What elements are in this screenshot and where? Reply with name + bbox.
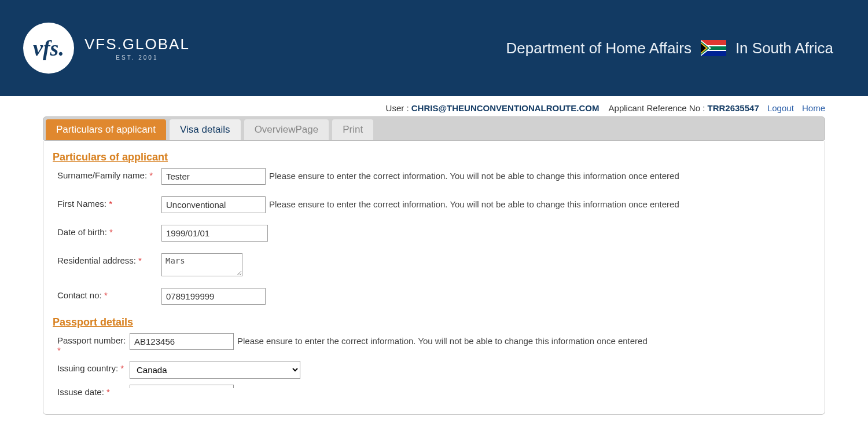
logo-script: vfs. bbox=[33, 35, 64, 61]
issuing-country-label: Issuing country: * bbox=[57, 361, 130, 373]
header-right: Department of Home Affairs In South Afri… bbox=[506, 39, 833, 57]
firstnames-hint: Please ensure to enter the correct infor… bbox=[269, 196, 679, 209]
tab-visa-details[interactable]: Visa details bbox=[170, 119, 241, 140]
south-africa-flag-icon bbox=[701, 40, 726, 56]
section-passport-title: Passport details bbox=[53, 316, 815, 328]
app-header: vfs. VFS.GLOBAL EST. 2001 Department of … bbox=[0, 0, 868, 96]
address-label: Residential address: * bbox=[57, 253, 161, 265]
firstnames-input[interactable] bbox=[161, 196, 266, 213]
logo-text: VFS.GLOBAL EST. 2001 bbox=[84, 35, 190, 61]
surname-label: Surname/Family name: * bbox=[57, 168, 161, 180]
issue-date-label: Issuse date: * bbox=[57, 385, 130, 397]
surname-hint: Please ensure to enter the correct infor… bbox=[269, 168, 679, 181]
country-text: In South Africa bbox=[735, 39, 833, 57]
department-title: Department of Home Affairs bbox=[506, 39, 692, 57]
logout-link[interactable]: Logout bbox=[767, 103, 794, 113]
surname-input[interactable] bbox=[161, 168, 266, 185]
user-email: CHRIS@THEUNCONVENTIONALROUTE.COM bbox=[411, 103, 599, 113]
logo-icon: vfs. bbox=[23, 23, 74, 74]
firstnames-label: First Names: * bbox=[57, 196, 161, 209]
contact-input[interactable] bbox=[161, 288, 266, 305]
passport-no-input[interactable] bbox=[130, 333, 234, 350]
dob-input[interactable] bbox=[161, 225, 268, 242]
tab-overview[interactable]: OverviewPage bbox=[244, 119, 329, 140]
tab-particulars[interactable]: Particulars of applicant bbox=[46, 119, 166, 140]
tab-strip: Particulars of applicant Visa details Ov… bbox=[43, 116, 825, 141]
issue-date-input[interactable] bbox=[130, 385, 234, 388]
section-particulars-title: Particulars of applicant bbox=[53, 151, 815, 163]
user-topbar: User : CHRIS@THEUNCONVENTIONALROUTE.COM … bbox=[0, 96, 868, 116]
user-label: User : bbox=[386, 103, 411, 113]
ref-value: TRR2635547 bbox=[708, 103, 759, 113]
ref-label: Applicant Reference No : bbox=[609, 103, 708, 113]
logo-group: vfs. VFS.GLOBAL EST. 2001 bbox=[23, 23, 190, 74]
address-textarea[interactable]: Mars bbox=[161, 253, 242, 276]
brand-est: EST. 2001 bbox=[84, 54, 190, 61]
tab-print[interactable]: Print bbox=[332, 119, 373, 140]
dob-label: Date of birth: * bbox=[57, 225, 161, 237]
brand-name: VFS.GLOBAL bbox=[84, 35, 190, 53]
contact-label: Contact no: * bbox=[57, 288, 161, 300]
passport-no-hint: Please ensure to enter the correct infor… bbox=[237, 333, 648, 346]
passport-no-label: Passport number: * bbox=[57, 333, 130, 355]
issuing-country-select[interactable]: Canada bbox=[130, 361, 300, 379]
form-panel: Particulars of applicant Surname/Family … bbox=[43, 141, 825, 415]
home-link[interactable]: Home bbox=[802, 103, 825, 113]
